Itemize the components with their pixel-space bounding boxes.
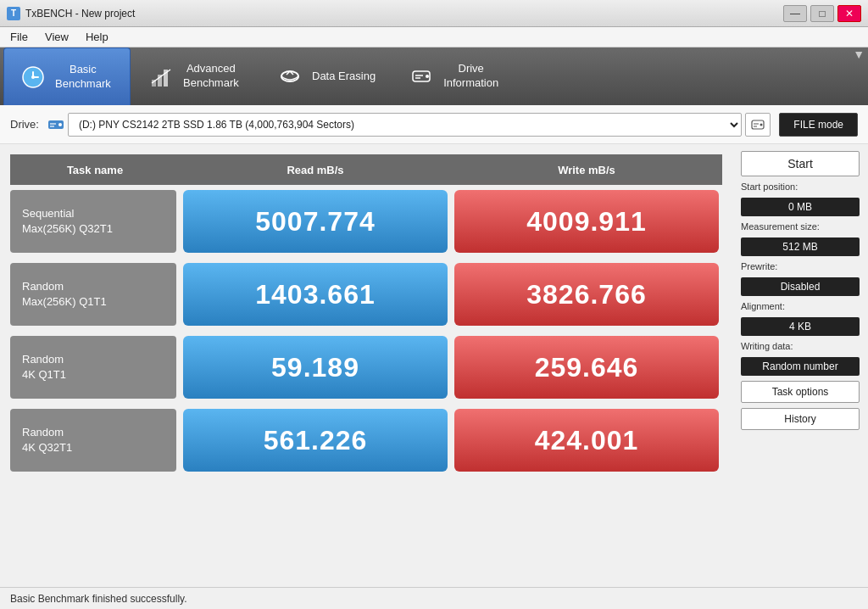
svg-point-8: [426, 75, 429, 78]
task-name-3: Random4K Q32T1: [22, 425, 72, 455]
col-read: Read mB/s: [180, 154, 451, 185]
window-title: TxBENCH - New project: [25, 8, 135, 20]
table-row: Random4K Q1T159.189259.646: [10, 331, 722, 404]
write-value-3: 424.001: [454, 409, 719, 472]
read-cell-0: 5007.774: [180, 185, 451, 258]
basic-benchmark-label: Basic Benchmark: [55, 63, 111, 92]
title-bar-left: T TxBENCH - New project: [7, 7, 135, 20]
prewrite-label: Prewrite:: [741, 261, 860, 271]
col-write: Write mB/s: [451, 154, 722, 185]
drive-label: Drive:: [10, 118, 39, 131]
write-cell-0: 4009.911: [451, 185, 722, 258]
drive-dropdown[interactable]: (D:) PNY CS2142 2TB SSD 1.86 TB (4,000,7…: [68, 113, 742, 137]
svg-point-12: [58, 123, 62, 126]
toolbar-basic-benchmark[interactable]: Basic Benchmark: [3, 47, 131, 105]
drive-information-icon: [408, 63, 435, 90]
table-row: Random4K Q32T1561.226424.001: [10, 404, 722, 477]
table-header-row: Task name Read mB/s Write mB/s: [10, 154, 722, 185]
toolbar: Basic Benchmark Advanced Benchmark: [0, 47, 868, 105]
menu-bar: File View Help: [0, 27, 868, 47]
write-cell-3: 424.001: [451, 404, 722, 477]
read-cell-1: 1403.661: [180, 258, 451, 331]
drive-icon: [47, 118, 64, 131]
write-cell-2: 259.646: [451, 331, 722, 404]
data-erasing-icon: [276, 63, 303, 90]
read-cell-2: 59.189: [180, 331, 451, 404]
file-mode-button[interactable]: FILE mode: [779, 113, 858, 137]
task-name-cell-0: SequentialMax(256K) Q32T1: [10, 185, 180, 258]
drive-bar: Drive: (D:) PNY CS2142 2TB SSD 1.86 TB (…: [0, 105, 868, 144]
toolbar-drive-information[interactable]: Drive Information: [392, 47, 520, 105]
title-controls: — □ ✕: [783, 5, 861, 22]
read-value-0: 5007.774: [183, 190, 448, 253]
basic-benchmark-icon: [19, 64, 47, 91]
app-icon: T: [7, 7, 20, 20]
status-message: Basic Benchmark finished successfully.: [10, 593, 187, 605]
col-task-name: Task name: [10, 154, 180, 185]
drive-select-wrapper: (D:) PNY CS2142 2TB SSD 1.86 TB (4,000,7…: [47, 113, 771, 137]
menu-file[interactable]: File: [7, 31, 31, 43]
advanced-benchmark-label: Advanced Benchmark: [183, 62, 239, 91]
right-panel: Start Start position: 0 MB Measurement s…: [732, 144, 868, 587]
drive-info-button[interactable]: [745, 113, 771, 137]
alignment-label: Alignment:: [741, 301, 860, 311]
task-name-0: SequentialMax(256K) Q32T1: [22, 206, 113, 237]
table-row: SequentialMax(256K) Q32T15007.7744009.91…: [10, 185, 722, 258]
task-options-button[interactable]: Task options: [741, 381, 860, 403]
menu-view[interactable]: View: [42, 31, 72, 43]
write-value-2: 259.646: [454, 336, 719, 399]
writing-data-value: Random number: [741, 357, 860, 376]
toolbar-data-erasing[interactable]: Data Erasing: [261, 47, 391, 105]
svg-point-16: [760, 123, 763, 126]
svg-point-1: [31, 75, 35, 79]
task-name-box-1: RandomMax(256K) Q1T1: [10, 263, 176, 326]
start-button[interactable]: Start: [741, 151, 860, 176]
alignment-value: 4 KB: [741, 317, 860, 336]
table-row: RandomMax(256K) Q1T11403.6613826.766: [10, 258, 722, 331]
close-button[interactable]: ✕: [837, 5, 861, 22]
advanced-benchmark-icon: [147, 63, 175, 90]
task-name-2: Random4K Q1T1: [22, 352, 66, 383]
restore-button[interactable]: □: [810, 5, 834, 22]
measurement-size-value: 512 MB: [741, 237, 860, 256]
task-name-box-0: SequentialMax(256K) Q32T1: [10, 190, 176, 253]
task-name-box-2: Random4K Q1T1: [10, 336, 176, 399]
task-name-cell-1: RandomMax(256K) Q1T1: [10, 258, 180, 331]
read-value-2: 59.189: [183, 336, 448, 399]
task-name-1: RandomMax(256K) Q1T1: [22, 279, 107, 310]
minimize-button[interactable]: —: [783, 5, 807, 22]
task-name-cell-3: Random4K Q32T1: [10, 404, 180, 477]
status-bar: Basic Benchmark finished successfully.: [0, 587, 868, 609]
write-value-0: 4009.911: [454, 190, 719, 253]
prewrite-value: Disabled: [741, 277, 860, 296]
benchmark-table: Task name Read mB/s Write mB/s Sequentia…: [10, 154, 722, 477]
toolbar-overflow-chevron[interactable]: ▼: [853, 47, 865, 105]
measurement-size-label: Measurement size:: [741, 221, 860, 232]
task-name-cell-2: Random4K Q1T1: [10, 331, 180, 404]
task-name-box-3: Random4K Q32T1: [10, 409, 176, 472]
read-value-1: 1403.661: [183, 263, 448, 326]
data-erasing-label: Data Erasing: [312, 70, 376, 84]
drive-information-label: Drive Information: [443, 62, 498, 91]
main-content: Task name Read mB/s Write mB/s Sequentia…: [0, 144, 868, 587]
read-value-3: 561.226: [183, 409, 448, 472]
menu-help[interactable]: Help: [82, 31, 112, 43]
write-cell-1: 3826.766: [451, 258, 722, 331]
start-position-label: Start position:: [741, 182, 860, 192]
history-button[interactable]: History: [741, 408, 860, 430]
benchmark-area: Task name Read mB/s Write mB/s Sequentia…: [0, 144, 732, 587]
toolbar-advanced-benchmark[interactable]: Advanced Benchmark: [132, 47, 259, 105]
title-bar: T TxBENCH - New project — □ ✕: [0, 0, 868, 27]
read-cell-3: 561.226: [180, 404, 451, 477]
start-position-value: 0 MB: [741, 198, 860, 216]
write-value-1: 3826.766: [454, 263, 719, 326]
writing-data-label: Writing data:: [741, 341, 860, 351]
